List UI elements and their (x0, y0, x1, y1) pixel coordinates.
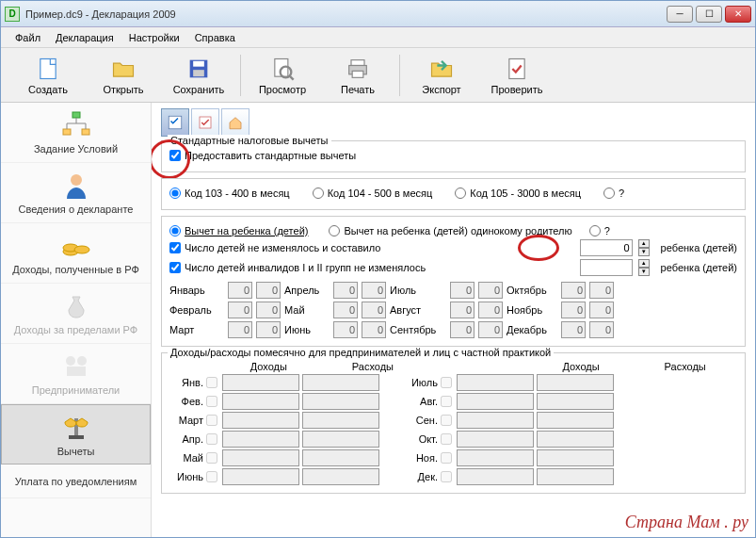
titlebar: D Пример.dc9 - Декларация 2009 ─ ☐ ✕ (1, 1, 755, 27)
dec-input-1[interactable] (561, 321, 586, 338)
jul-income (457, 374, 534, 391)
svg-rect-12 (63, 129, 71, 135)
mar-input-2[interactable] (256, 321, 281, 338)
svg-rect-2 (193, 60, 204, 66)
income-header: Доходы (217, 359, 321, 374)
sidebar-declarant[interactable]: Сведения о декларанте (1, 163, 151, 223)
mar-input-1[interactable] (228, 321, 252, 338)
child-deduction-radio[interactable] (169, 225, 181, 236)
inc-heading: Доходы/расходы помесячно для предпринима… (168, 347, 554, 358)
nov-income (457, 449, 534, 466)
subtab-standard[interactable] (161, 108, 189, 137)
content-pane: Стандартные налоговые вычеты Предоставит… (152, 103, 755, 537)
tree-icon (61, 110, 91, 140)
code-group: Код 103 - 400 в месяц Код 104 - 500 в ме… (161, 178, 746, 210)
svg-rect-22 (69, 435, 84, 439)
sep-input-2[interactable] (478, 321, 503, 338)
toolbar-create[interactable]: Создать (10, 52, 86, 99)
oct-input-2[interactable] (589, 282, 614, 299)
svg-point-17 (74, 246, 89, 253)
code-104-radio[interactable] (313, 187, 324, 199)
apr-input-2[interactable] (362, 282, 386, 299)
mar-income (222, 412, 299, 429)
minimize-button[interactable]: ─ (667, 6, 693, 23)
svg-point-18 (66, 356, 75, 366)
jun-input-2[interactable] (362, 321, 386, 338)
export-icon (428, 56, 455, 82)
sidebar-income-rf[interactable]: Доходы, полученные в РФ (1, 223, 151, 284)
sep-cb (441, 415, 452, 426)
may-expense (302, 449, 379, 466)
oct-income (457, 431, 534, 448)
nov-input-1[interactable] (561, 302, 586, 318)
may-input-2[interactable] (362, 302, 386, 318)
nov-cb (441, 452, 452, 464)
feb-expense (302, 393, 379, 410)
code-103-radio[interactable] (169, 187, 181, 199)
menu-declaration[interactable]: Декларация (49, 30, 121, 45)
feb-input-1[interactable] (228, 302, 252, 318)
menu-file[interactable]: Файл (8, 30, 47, 45)
provide-std-label: Предоставить стандартные вычеты (185, 150, 356, 161)
sidebar-income-foreign[interactable]: Доходы за пределами РФ (1, 284, 151, 344)
nov-input-2[interactable] (589, 302, 614, 318)
menu-help[interactable]: Справка (188, 30, 242, 45)
aug-income (457, 393, 534, 410)
document-new-icon (35, 56, 61, 82)
toolbar-save[interactable]: Сохранить (161, 52, 236, 99)
aug-input-1[interactable] (450, 302, 475, 318)
sidebar-notifications[interactable]: Уплата по уведомлениям (1, 465, 151, 498)
jan-input-2[interactable] (256, 282, 281, 299)
oct-cb (441, 433, 452, 445)
child-single-radio[interactable] (329, 225, 340, 236)
svg-rect-23 (169, 116, 182, 129)
child-count-spinner[interactable]: ▲▼ (638, 239, 650, 256)
sep-income (457, 412, 534, 429)
dec-input-2[interactable] (589, 321, 614, 338)
code-105-radio[interactable] (455, 187, 466, 199)
svg-rect-3 (193, 70, 204, 76)
svg-line-6 (290, 76, 294, 80)
toolbar-check[interactable]: Проверить (479, 52, 555, 99)
menu-settings[interactable]: Настройки (122, 30, 186, 45)
child-q-radio[interactable] (589, 225, 601, 236)
sidebar-entrepreneurs[interactable]: Предприниматели (1, 344, 151, 404)
subtab-property[interactable] (221, 108, 249, 137)
child-invalid-checkbox[interactable] (169, 262, 181, 273)
toolbar-preview[interactable]: Просмотр (245, 52, 320, 99)
jan-input-1[interactable] (228, 282, 252, 299)
jun-input-1[interactable] (333, 321, 358, 338)
code-q-radio[interactable] (603, 187, 615, 199)
child-invalid-spinner[interactable]: ▲▼ (638, 259, 650, 276)
sidebar-conditions[interactable]: Задание Условий (1, 103, 151, 163)
maximize-button[interactable]: ☐ (696, 6, 722, 23)
toolbar-export[interactable]: Экспорт (404, 52, 479, 99)
sidebar-deductions[interactable]: Вычеты (1, 404, 151, 465)
apr-input-1[interactable] (333, 282, 358, 299)
close-button[interactable]: ✕ (725, 6, 751, 23)
preview-icon (269, 56, 296, 82)
toolbar-print[interactable]: Печать (320, 52, 395, 99)
child-count-input[interactable] (580, 239, 633, 256)
expense-header-2: Расходы (633, 359, 737, 374)
provide-std-checkbox[interactable] (169, 150, 181, 161)
aug-input-2[interactable] (478, 302, 503, 318)
folder-open-icon (110, 56, 137, 82)
income-grid: Янв. Июль Фев. Авг. Март Сен. Апр. Окт. … (169, 374, 737, 485)
scale-icon (61, 413, 91, 443)
svg-rect-13 (82, 129, 89, 135)
oct-input-1[interactable] (561, 282, 586, 299)
sep-input-1[interactable] (450, 321, 475, 338)
toolbar-separator (240, 55, 241, 96)
jul-input-1[interactable] (450, 282, 475, 299)
may-input-1[interactable] (333, 302, 358, 318)
jan-expense (302, 374, 379, 391)
child-nochange-checkbox[interactable] (169, 242, 181, 253)
apr-expense (302, 431, 379, 448)
feb-input-2[interactable] (256, 302, 281, 318)
jul-input-2[interactable] (478, 282, 503, 299)
subtab-social[interactable] (191, 108, 219, 137)
toolbar: Создать Открыть Сохранить Просмотр Печат… (1, 48, 755, 103)
save-icon (185, 56, 212, 82)
toolbar-open[interactable]: Открыть (86, 52, 161, 99)
